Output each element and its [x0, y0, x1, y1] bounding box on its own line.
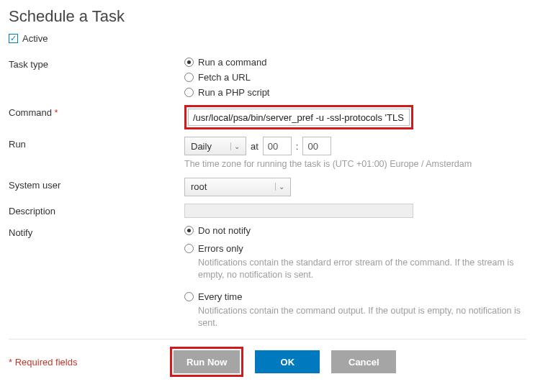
radio-label: Fetch a URL [198, 72, 251, 83]
chevron-down-icon: ⌄ [275, 183, 287, 191]
ok-button[interactable]: OK [255, 350, 320, 373]
at-label: at [251, 141, 258, 152]
run-frequency-select[interactable]: Daily ⌄ [184, 137, 246, 155]
label-run: Run [9, 137, 184, 150]
active-checkbox[interactable]: ✓ [9, 34, 18, 43]
radio-icon[interactable] [184, 226, 194, 235]
row-description: Description [9, 204, 526, 218]
run-now-highlight: Run Now [170, 347, 243, 377]
radio-icon[interactable] [184, 244, 194, 253]
system-user-select[interactable]: root ⌄ [184, 178, 291, 196]
label-notify: Notify [9, 225, 184, 238]
field-command [184, 105, 526, 129]
every-time-hint: Notifications contain the command output… [198, 305, 526, 329]
run-tz-hint: The time zone for running the task is (U… [184, 158, 526, 170]
required-fields-note: * Required fields [9, 357, 170, 368]
field-run: Daily ⌄ at 00 : 00 The time zone for run… [184, 137, 526, 170]
radio-label: Run a PHP script [198, 87, 269, 98]
radio-fetch-url[interactable]: Fetch a URL [184, 72, 526, 83]
run-hour-input[interactable]: 00 [263, 137, 292, 155]
run-now-button[interactable]: Run Now [174, 350, 240, 373]
row-notify: Notify Do not notify Errors only Notific… [9, 225, 526, 332]
button-bar: Run Now OK Cancel [170, 347, 396, 377]
footer: * Required fields Run Now OK Cancel [9, 347, 526, 377]
label-description: Description [9, 204, 184, 216]
colon-label: : [296, 141, 299, 152]
label-system-user: System user [9, 178, 184, 191]
label-command: Command * [9, 105, 184, 118]
field-task-type: Run a command Fetch a URL Run a PHP scri… [184, 57, 526, 98]
row-command: Command * [9, 105, 526, 129]
schedule-task-page: Schedule a Task ✓ Active Task type Run a… [0, 0, 535, 387]
radio-icon[interactable] [184, 58, 194, 67]
active-label: Active [22, 33, 48, 44]
command-highlight [184, 105, 413, 129]
radio-every-time[interactable]: Every time [184, 291, 526, 302]
run-frequency-value: Daily [191, 141, 212, 152]
radio-run-php[interactable]: Run a PHP script [184, 87, 526, 98]
errors-only-hint: Notifications contain the standard error… [198, 257, 526, 281]
radio-label: Every time [198, 291, 242, 302]
page-title: Schedule a Task [9, 7, 526, 26]
active-checkbox-row[interactable]: ✓ Active [9, 33, 526, 44]
cancel-button[interactable]: Cancel [331, 350, 396, 373]
radio-label: Do not notify [198, 225, 251, 236]
run-minute-input[interactable]: 00 [302, 137, 331, 155]
field-notify: Do not notify Errors only Notifications … [184, 225, 526, 332]
radio-icon[interactable] [184, 88, 194, 97]
field-system-user: root ⌄ [184, 178, 526, 196]
command-input[interactable] [188, 109, 410, 126]
radio-errors-only[interactable]: Errors only [184, 243, 526, 254]
row-task-type: Task type Run a command Fetch a URL Run … [9, 57, 526, 98]
radio-run-command[interactable]: Run a command [184, 57, 526, 68]
row-system-user: System user root ⌄ [9, 178, 526, 196]
radio-label: Run a command [198, 57, 266, 68]
radio-do-not-notify[interactable]: Do not notify [184, 225, 526, 236]
row-run: Run Daily ⌄ at 00 : 00 The time zone for… [9, 137, 526, 170]
required-marker: * [55, 107, 58, 118]
label-task-type: Task type [9, 57, 184, 70]
radio-icon[interactable] [184, 73, 194, 82]
description-input[interactable] [184, 204, 413, 218]
radio-icon[interactable] [184, 292, 194, 301]
separator [9, 339, 526, 339]
chevron-down-icon: ⌄ [230, 142, 243, 150]
radio-label: Errors only [198, 243, 243, 254]
system-user-value: root [191, 181, 207, 192]
field-description [184, 204, 526, 218]
